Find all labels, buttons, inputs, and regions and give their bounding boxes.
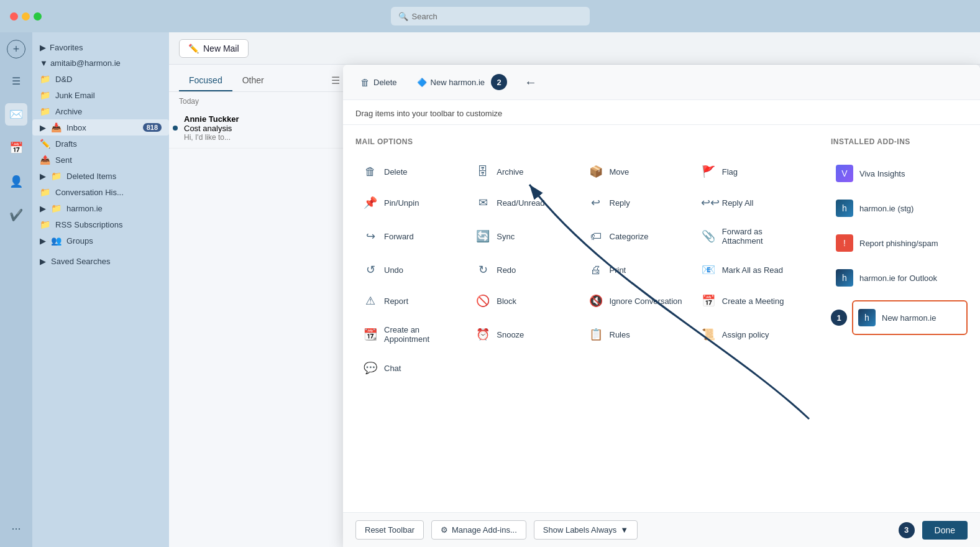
step2-badge: 2 — [491, 74, 507, 90]
sidebar-item-rss[interactable]: 📁 RSS Subscriptions — [32, 216, 169, 232]
sidebar-item-label: harmon.ie — [66, 204, 103, 213]
option-print[interactable]: 🖨 Print — [581, 254, 694, 285]
favorites-header[interactable]: ▶ Favorites — [32, 40, 169, 55]
sidebar-item-saved-searches[interactable]: ▶ Saved Searches — [32, 254, 169, 269]
tasks-icon[interactable]: ✔️ — [5, 204, 27, 226]
option-assign-policy[interactable]: 📜 Assign policy — [694, 316, 806, 352]
tabs-row: Focused Other ☰ — [169, 65, 355, 92]
filter-icon[interactable]: ☰ — [326, 70, 345, 91]
sidebar-item-harmon[interactable]: ▶ 📁 harmon.ie — [32, 200, 169, 216]
option-flag[interactable]: 🚩 Flag — [694, 156, 806, 187]
new-harmon-icon: h — [858, 309, 876, 326]
option-label: Sync — [497, 232, 515, 241]
option-label: Reply All — [722, 198, 754, 208]
step1-badge: 1 — [831, 310, 847, 326]
sidebar-item-sent[interactable]: 📤 Sent — [32, 152, 169, 168]
option-mark-read[interactable]: 📧 Mark All as Read — [694, 254, 806, 285]
option-undo[interactable]: ↺ Undo — [355, 254, 468, 285]
tab-focused[interactable]: Focused — [179, 70, 232, 91]
tab-other[interactable]: Other — [232, 70, 274, 91]
option-label: Archive — [497, 167, 523, 177]
option-chat[interactable]: 💬 Chat — [355, 352, 468, 384]
option-delete[interactable]: 🗑 Delete — [355, 156, 468, 187]
sidebar-item-inbox[interactable]: ▶ 📥 Inbox 818 — [32, 119, 169, 136]
addin-harmon-outlook[interactable]: h harmon.ie for Outlook — [831, 260, 968, 295]
hamburger-menu-icon[interactable]: ☰ — [5, 70, 27, 92]
addins-title: Installed Add-ins — [831, 137, 968, 146]
saved-expand-icon: ▶ — [40, 257, 46, 266]
minimize-button[interactable] — [22, 12, 30, 21]
mail-options-section: Mail Options 🗑 Delete 🗄 Archive 📦 — [355, 137, 806, 500]
toolbar-delete-item[interactable]: 🗑 Delete — [355, 74, 402, 91]
sidebar-item-junk[interactable]: 📁 Junk Email — [32, 87, 169, 103]
sidebar: ▶ Favorites ▼ amitaib@harmon.ie 📁 D&D 📁 … — [32, 32, 169, 547]
option-appointment[interactable]: 📆 Create an Appointment — [355, 316, 468, 352]
more-apps-icon[interactable]: ··· — [5, 517, 27, 540]
option-rules[interactable]: 📋 Rules — [581, 316, 694, 352]
report-phishing-icon: ! — [836, 234, 853, 252]
done-button[interactable]: Done — [922, 521, 968, 540]
toolbar-new-harmon-item[interactable]: 🔷 New harmon.ie 2 — [412, 71, 512, 93]
search-bar[interactable]: 🔍 Search — [391, 7, 590, 25]
option-redo[interactable]: ↻ Redo — [468, 254, 580, 285]
print-opt-icon: 🖨 — [588, 264, 603, 277]
email-item[interactable]: Annie Tuckker Cost analysis Hi, I'd like… — [169, 108, 355, 149]
block-opt-icon: 🚫 — [475, 294, 490, 308]
sidebar-item-conversation[interactable]: 📁 Conversation His... — [32, 184, 169, 200]
option-label: Rules — [610, 330, 630, 339]
toolbar-area: ✏️ New Mail — [169, 32, 980, 65]
addin-viva[interactable]: V Viva Insights — [831, 156, 968, 191]
sidebar-item-dd[interactable]: 📁 D&D — [32, 71, 169, 87]
reply-opt-icon: ↩ — [588, 196, 603, 209]
option-forward[interactable]: ↪ Forward — [355, 218, 468, 254]
option-sync[interactable]: 🔄 Sync — [468, 218, 580, 254]
reply-all-opt-icon: ↩↩ — [701, 196, 716, 209]
option-read-unread[interactable]: ✉ Read/Unread — [468, 187, 580, 218]
sidebar-item-drafts[interactable]: ✏️ Drafts — [32, 136, 169, 152]
sidebar-item-archive[interactable]: 📁 Archive — [32, 103, 169, 119]
sidebar-item-groups[interactable]: ▶ 👥 Groups — [32, 232, 169, 249]
maximize-button[interactable] — [34, 12, 42, 21]
option-snooze[interactable]: ⏰ Snooze — [468, 316, 580, 352]
mail-icon[interactable]: ✉️ — [5, 103, 27, 126]
option-reply-all[interactable]: ↩↩ Reply All — [694, 187, 806, 218]
email-subject: Cost analysis — [184, 124, 345, 133]
option-block[interactable]: 🚫 Block — [468, 285, 580, 316]
show-labels-button[interactable]: Show Labels Always ▼ — [534, 520, 638, 540]
account-header[interactable]: ▼ amitaib@harmon.ie — [32, 55, 169, 71]
email-sender: Annie Tuckker — [184, 114, 345, 124]
add-account-button[interactable]: + — [7, 40, 25, 58]
calendar-icon[interactable]: 📅 — [5, 137, 27, 159]
option-archive[interactable]: 🗄 Archive — [468, 156, 580, 187]
manage-addins-button[interactable]: ⚙ Manage Add-ins... — [431, 520, 526, 540]
harmon-expand-icon: ▶ — [40, 204, 46, 213]
viva-insights-icon: V — [836, 165, 853, 182]
option-label: Move — [610, 167, 630, 177]
drafts-icon: ✏️ — [40, 139, 50, 149]
option-pin[interactable]: 📌 Pin/Unpin — [355, 187, 468, 218]
option-forward-attach[interactable]: 📎 Forward as Attachment — [694, 218, 806, 254]
drag-instruction: Drag items into your toolbar to customiz… — [343, 100, 980, 125]
sidebar-item-label: Groups — [66, 236, 93, 246]
option-move[interactable]: 📦 Move — [581, 156, 694, 187]
addin-new-harmon[interactable]: h New harmon.ie — [852, 300, 968, 335]
sidebar-item-label: Inbox — [66, 123, 86, 132]
option-create-meeting[interactable]: 📅 Create a Meeting — [694, 285, 806, 316]
people-icon[interactable]: 👤 — [5, 170, 27, 193]
option-label: Undo — [384, 265, 403, 275]
option-label: Delete — [384, 167, 408, 177]
sidebar-item-deleted[interactable]: ▶ 📁 Deleted Items — [32, 168, 169, 184]
option-categorize[interactable]: 🏷 Categorize — [581, 218, 694, 254]
addin-report-phishing[interactable]: ! Report phishing/spam — [831, 226, 968, 260]
option-label: Assign policy — [722, 330, 769, 339]
reset-toolbar-button[interactable]: Reset Toolbar — [355, 520, 424, 540]
toolbar-new-harmon-label: New harmon.ie — [431, 78, 485, 87]
move-opt-icon: 📦 — [588, 165, 603, 178]
addin-harmon-stg[interactable]: h harmon.ie (stg) — [831, 191, 968, 226]
new-mail-button[interactable]: ✏️ New Mail — [179, 39, 249, 58]
close-button[interactable] — [10, 12, 18, 21]
option-report[interactable]: ⚠ Report — [355, 285, 468, 316]
option-label: Pin/Unpin — [384, 198, 419, 208]
option-ignore[interactable]: 🔇 Ignore Conversation — [581, 285, 694, 316]
option-reply[interactable]: ↩ Reply — [581, 187, 694, 218]
